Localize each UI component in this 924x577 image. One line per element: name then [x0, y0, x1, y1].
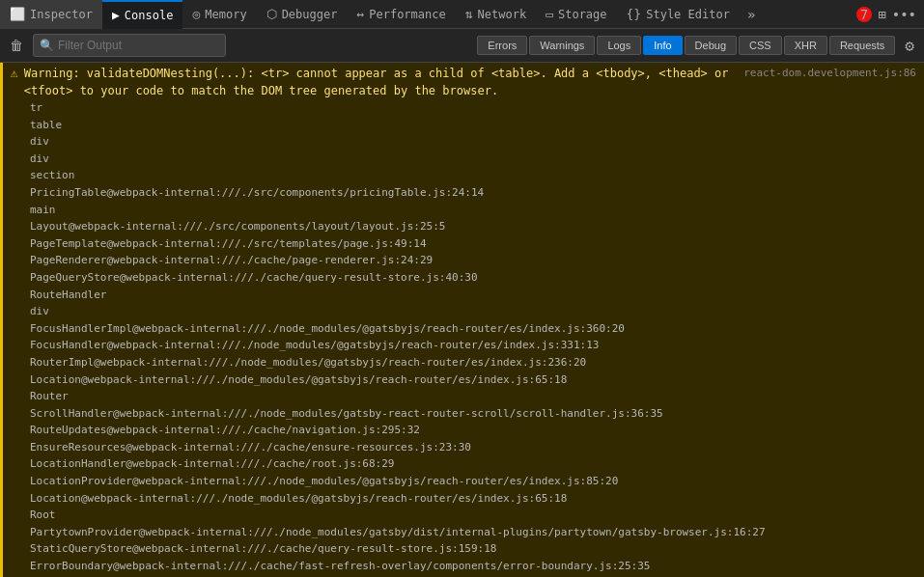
tab-inspector[interactable]: ⬜ Inspector	[0, 0, 102, 29]
tab-debugger[interactable]: ⬡ Debugger	[257, 0, 348, 29]
filter-debug-button[interactable]: Debug	[685, 36, 737, 55]
filter-errors-button[interactable]: Errors	[477, 36, 527, 55]
filter-input[interactable]	[58, 39, 219, 52]
filter-buttons: Errors Warnings Logs Info Debug CSS XHR …	[477, 36, 895, 55]
filter-warnings-button[interactable]: Warnings	[529, 36, 595, 55]
performance-icon: ↔	[356, 7, 364, 21]
tab-style-editor[interactable]: {} Style Editor	[617, 0, 740, 29]
tab-performance[interactable]: ↔ Performance	[347, 0, 455, 29]
tab-bar: ⬜ Inspector ▶ Console ◎ Memory ⬡ Debugge…	[0, 0, 924, 29]
tab-memory[interactable]: ◎ Memory	[182, 0, 256, 29]
memory-icon: ◎	[192, 7, 200, 21]
filter-input-wrapper: 🔍	[33, 34, 226, 57]
responsive-design-icon[interactable]: ⊞	[878, 7, 885, 22]
more-tabs-button[interactable]: »	[740, 7, 763, 22]
filter-css-button[interactable]: CSS	[739, 36, 782, 55]
tab-storage[interactable]: ▭ Storage	[536, 0, 616, 29]
overflow-menu-icon[interactable]: •••	[892, 7, 916, 22]
filter-xhr-button[interactable]: XHR	[784, 36, 827, 55]
filter-logs-button[interactable]: Logs	[597, 36, 641, 55]
tab-console[interactable]: ▶ Console	[102, 0, 182, 29]
clear-output-button[interactable]: 🗑	[6, 36, 27, 55]
filter-info-button[interactable]: Info	[643, 36, 682, 55]
filter-toolbar: 🗑 🔍 Errors Warnings Logs Info Debug CSS …	[0, 29, 924, 63]
debugger-icon: ⬡	[266, 7, 277, 21]
style-editor-icon: {}	[627, 7, 642, 21]
log-entry: ⚠ Warning: validateDOMNesting(...): <tr>…	[0, 63, 924, 577]
tab-network[interactable]: ⇅ Network	[456, 0, 536, 29]
console-settings-button[interactable]: ⚙	[901, 37, 918, 55]
console-icon: ▶	[112, 8, 120, 22]
error-count-badge: 7	[856, 7, 872, 22]
filter-requests-button[interactable]: Requests	[829, 36, 895, 55]
console-output: ⚠ Warning: validateDOMNesting(...): <tr>…	[0, 63, 924, 577]
warning-icon: ⚠	[11, 66, 18, 80]
stack-trace: tr table div div section PricingTable@we…	[11, 99, 766, 577]
log-source[interactable]: react-dom.development.js:86	[743, 67, 916, 79]
inspector-icon: ⬜	[10, 7, 25, 21]
network-icon: ⇅	[465, 7, 473, 21]
filter-icon: 🔍	[40, 39, 54, 52]
storage-icon: ▭	[546, 7, 553, 21]
